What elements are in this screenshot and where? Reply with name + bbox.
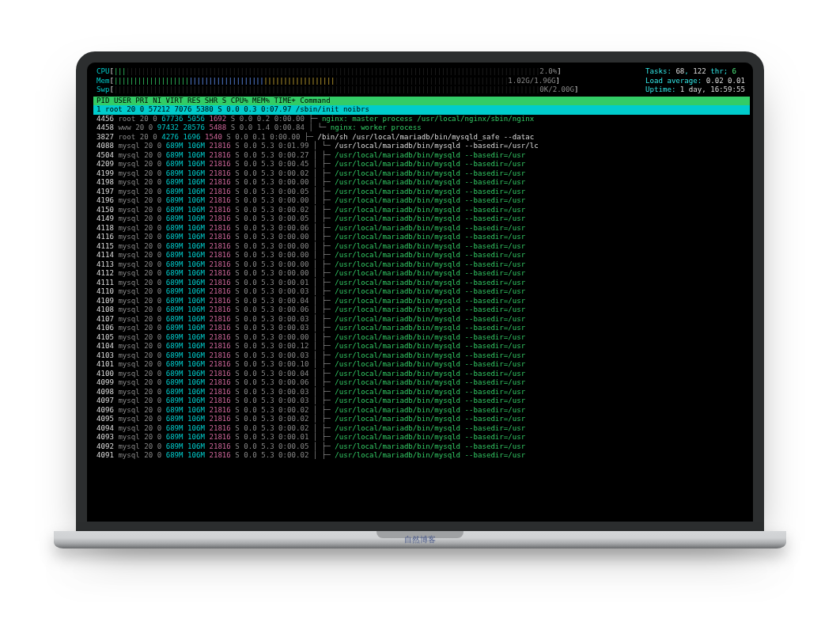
- watermark: 自然博客: [404, 534, 436, 545]
- process-row[interactable]: 4095 mysql 20 0 689M 106M 21816 S 0.0 5.…: [93, 415, 750, 424]
- process-row[interactable]: 4091 mysql 20 0 689M 106M 21816 S 0.0 5.…: [93, 451, 750, 461]
- laptop-frame: CPU[||||||||||||||||||||||||||||||||||||…: [76, 51, 764, 548]
- process-row[interactable]: 4108 mysql 20 0 689M 106M 21816 S 0.0 5.…: [93, 306, 750, 315]
- process-row[interactable]: 4098 mysql 20 0 689M 106M 21816 S 0.0 5.…: [93, 388, 750, 397]
- screen-bezel: CPU[||||||||||||||||||||||||||||||||||||…: [76, 51, 764, 533]
- load-label: Load average:: [645, 77, 702, 85]
- process-row[interactable]: 4106 mysql 20 0 689M 106M 21816 S 0.0 5.…: [93, 324, 750, 333]
- process-row[interactable]: 4096 mysql 20 0 689M 106M 21816 S 0.0 5.…: [93, 406, 750, 416]
- camera-icon: [418, 55, 422, 59]
- process-row[interactable]: 4109 mysql 20 0 689M 106M 21816 S 0.0 5.…: [93, 297, 750, 306]
- process-row[interactable]: 4094 mysql 20 0 689M 106M 21816 S 0.0 5.…: [93, 424, 750, 434]
- process-row[interactable]: 4116 mysql 20 0 689M 106M 21816 S 0.0 5.…: [93, 233, 750, 242]
- process-row[interactable]: 4105 mysql 20 0 689M 106M 21816 S 0.0 5.…: [93, 333, 750, 343]
- mem-label: Mem: [96, 77, 109, 86]
- process-row[interactable]: 4209 mysql 20 0 689M 106M 21816 S 0.0 5.…: [93, 160, 750, 169]
- process-row[interactable]: 4093 mysql 20 0 689M 106M 21816 S 0.0 5.…: [93, 433, 750, 442]
- process-row[interactable]: 4149 mysql 20 0 689M 106M 21816 S 0.0 5.…: [93, 214, 750, 224]
- swp-total: 2.00G: [553, 85, 574, 93]
- swp-used: 0K: [539, 85, 548, 93]
- mem-used: 1.02G: [508, 77, 529, 85]
- process-header[interactable]: PID USER PRI NI VIRT RES SHR S CPU% MEM%…: [93, 97, 750, 106]
- process-row[interactable]: 4118 mysql 20 0 689M 106M 21816 S 0.0 5.…: [93, 224, 750, 233]
- process-row[interactable]: 4197 mysql 20 0 689M 106M 21816 S 0.0 5.…: [93, 188, 750, 197]
- process-row[interactable]: 4198 mysql 20 0 689M 106M 21816 S 0.0 5.…: [93, 178, 750, 188]
- process-row[interactable]: 4504 mysql 20 0 689M 106M 21816 S 0.0 5.…: [93, 151, 750, 161]
- process-row[interactable]: 4088 mysql 20 0 689M 106M 21816 S 0.0 5.…: [93, 142, 750, 151]
- uptime-label: Uptime:: [645, 85, 675, 93]
- cpu-label: CPU: [96, 67, 109, 77]
- process-row[interactable]: 4107 mysql 20 0 689M 106M 21816 S 0.0 5.…: [93, 315, 750, 324]
- process-row[interactable]: 4458 www 20 0 97432 28576 5488 S 0.0 1.4…: [93, 123, 750, 133]
- mem-total: 1.96G: [534, 77, 555, 85]
- process-row[interactable]: 3827 root 20 0 4276 1696 1540 S 0.0 0.1 …: [93, 133, 750, 142]
- process-row[interactable]: 4103 mysql 20 0 689M 106M 21816 S 0.0 5.…: [93, 351, 750, 361]
- process-row[interactable]: 4104 mysql 20 0 689M 106M 21816 S 0.0 5.…: [93, 342, 750, 351]
- process-row[interactable]: 4115 mysql 20 0 689M 106M 21816 S 0.0 5.…: [93, 242, 750, 252]
- tasks-label: Tasks:: [645, 67, 672, 75]
- process-row[interactable]: 4097 mysql 20 0 689M 106M 21816 S 0.0 5.…: [93, 397, 750, 406]
- cpu-pct: 2.0%: [539, 67, 557, 77]
- system-info: Tasks: 68, 122 thr; 6 Load average: 0.02…: [645, 67, 745, 95]
- process-row[interactable]: 4092 mysql 20 0 689M 106M 21816 S 0.0 5.…: [93, 442, 750, 452]
- process-row[interactable]: 4196 mysql 20 0 689M 106M 21816 S 0.0 5.…: [93, 196, 750, 206]
- process-row[interactable]: 4099 mysql 20 0 689M 106M 21816 S 0.0 5.…: [93, 378, 750, 388]
- process-row[interactable]: 4199 mysql 20 0 689M 106M 21816 S 0.0 5.…: [93, 169, 750, 179]
- process-row[interactable]: 4111 mysql 20 0 689M 106M 21816 S 0.0 5.…: [93, 279, 750, 288]
- process-row[interactable]: 4112 mysql 20 0 689M 106M 21816 S 0.0 5.…: [93, 269, 750, 279]
- process-list[interactable]: 4456 root 20 0 67736 5056 1692 S 0.0 0.2…: [93, 115, 750, 461]
- process-row[interactable]: 4101 mysql 20 0 689M 106M 21816 S 0.0 5.…: [93, 360, 750, 370]
- swp-label: Swp: [96, 85, 109, 95]
- process-row[interactable]: 4114 mysql 20 0 689M 106M 21816 S 0.0 5.…: [93, 251, 750, 260]
- process-row[interactable]: 4113 mysql 20 0 689M 106M 21816 S 0.0 5.…: [93, 260, 750, 270]
- process-row[interactable]: 4456 root 20 0 67736 5056 1692 S 0.0 0.2…: [93, 115, 750, 124]
- terminal[interactable]: CPU[||||||||||||||||||||||||||||||||||||…: [87, 63, 753, 522]
- selected-process-row[interactable]: 1 root 20 0 57212 7076 5380 S 0.0 0.3 0:…: [93, 105, 750, 115]
- process-row[interactable]: 4150 mysql 20 0 689M 106M 21816 S 0.0 5.…: [93, 206, 750, 215]
- process-row[interactable]: 4100 mysql 20 0 689M 106M 21816 S 0.0 5.…: [93, 370, 750, 379]
- process-row[interactable]: 4110 mysql 20 0 689M 106M 21816 S 0.0 5.…: [93, 287, 750, 297]
- laptop-base: 自然博客: [54, 531, 786, 548]
